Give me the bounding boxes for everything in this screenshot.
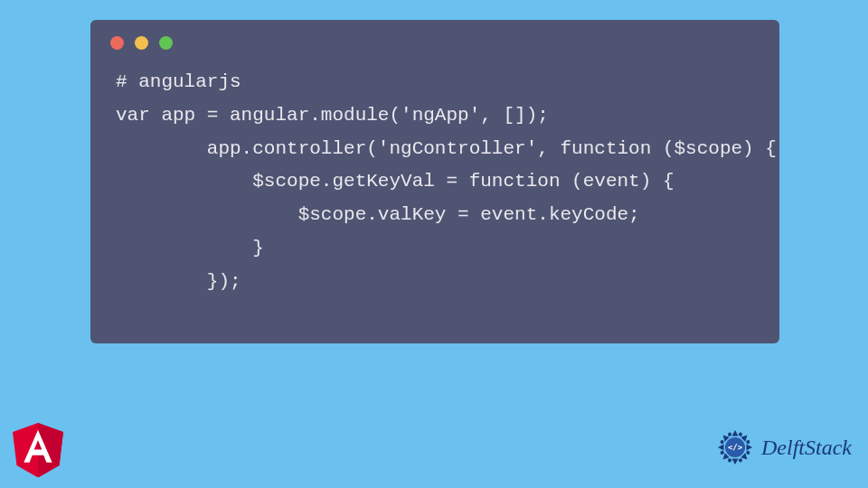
minimize-icon [135,36,148,50]
svg-point-10 [738,432,742,436]
svg-point-17 [727,432,731,436]
svg-point-13 [738,458,742,463]
svg-point-11 [746,439,750,444]
svg-text:</>: </> [728,443,743,452]
svg-point-15 [720,450,724,455]
close-icon [110,36,124,50]
delftstack-logo-icon: </> [712,425,758,470]
delftstack-label: DelftStack [761,436,852,460]
maximize-icon [159,36,173,50]
code-block: # angularjs var app = angular.module('ng… [90,59,779,305]
svg-marker-2 [732,430,739,436]
svg-marker-6 [732,459,739,465]
svg-point-14 [727,458,731,463]
delftstack-badge: </> DelftStack [712,425,852,470]
angular-logo-icon [13,423,63,477]
svg-point-16 [720,439,724,444]
svg-marker-4 [747,445,753,451]
code-window: # angularjs var app = angular.module('ng… [90,20,779,343]
svg-marker-8 [718,445,724,451]
window-traffic-lights [90,20,779,59]
svg-point-12 [746,450,750,455]
